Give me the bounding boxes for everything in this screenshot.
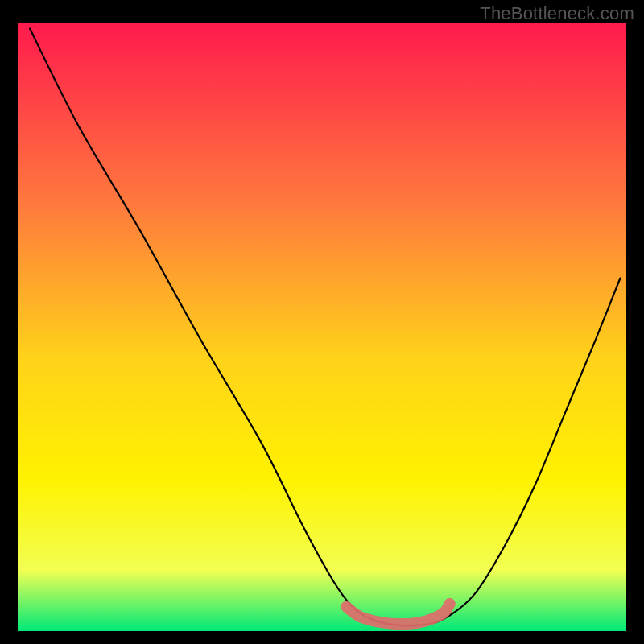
gradient-background: [18, 23, 626, 631]
watermark-text: TheBottleneck.com: [480, 3, 634, 24]
chart-svg: [18, 23, 626, 631]
chart-frame: TheBottleneck.com: [0, 0, 644, 644]
plot-area: [18, 23, 626, 631]
